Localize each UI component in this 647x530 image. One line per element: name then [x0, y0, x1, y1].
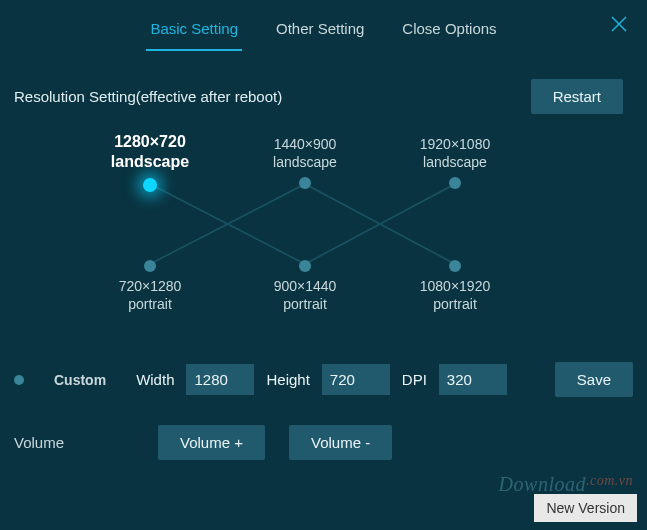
resolution-title: Resolution Setting(effective after reboo…	[14, 88, 531, 105]
custom-radio[interactable]	[14, 375, 24, 385]
resolution-720x1280-portrait[interactable]: 720×1280 portrait	[80, 254, 220, 313]
resolution-1920x1080-landscape[interactable]: 1920×1080 landscape	[385, 136, 525, 195]
volume-row: Volume Volume + Volume -	[0, 407, 647, 478]
resolution-dot-icon	[144, 260, 156, 272]
custom-label: Custom	[54, 372, 106, 388]
resolution-orient-label: portrait	[385, 296, 525, 314]
resolution-1080x1920-portrait[interactable]: 1080×1920 portrait	[385, 254, 525, 313]
resolution-dot-icon	[449, 177, 461, 189]
resolution-dot-icon	[299, 260, 311, 272]
resolution-size-label: 1440×900	[235, 136, 375, 154]
resolution-size-label: 720×1280	[80, 278, 220, 296]
tab-close-options[interactable]: Close Options	[398, 14, 500, 51]
resolution-size-label: 1280×720	[80, 132, 220, 152]
resolution-orient-label: landscape	[385, 154, 525, 172]
save-button[interactable]: Save	[555, 362, 633, 397]
resolution-size-label: 900×1440	[235, 278, 375, 296]
resolution-dot-icon	[299, 177, 311, 189]
width-label: Width	[136, 371, 174, 388]
new-version-button[interactable]: New Version	[534, 494, 637, 522]
resolution-1440x900-landscape[interactable]: 1440×900 landscape	[235, 136, 375, 195]
tab-bar: Basic Setting Other Setting Close Option…	[0, 0, 647, 51]
restart-button[interactable]: Restart	[531, 79, 623, 114]
resolution-orient-label: landscape	[80, 152, 220, 172]
resolution-selector: 1280×720 landscape 1440×900 landscape 19…	[30, 124, 617, 344]
svg-line-5	[305, 184, 455, 264]
resolution-size-label: 1080×1920	[385, 278, 525, 296]
resolution-orient-label: portrait	[80, 296, 220, 314]
height-input[interactable]	[322, 364, 390, 395]
resolution-900x1440-portrait[interactable]: 900×1440 portrait	[235, 254, 375, 313]
tab-other-setting[interactable]: Other Setting	[272, 14, 368, 51]
volume-down-button[interactable]: Volume -	[289, 425, 392, 460]
resolution-1280x720-landscape[interactable]: 1280×720 landscape	[80, 132, 220, 198]
width-input[interactable]	[186, 364, 254, 395]
resolution-dot-icon	[143, 178, 157, 192]
height-label: Height	[266, 371, 309, 388]
resolution-orient-label: landscape	[235, 154, 375, 172]
resolution-dot-icon	[449, 260, 461, 272]
custom-resolution-row: Custom Width Height DPI Save	[0, 344, 647, 407]
resolution-size-label: 1920×1080	[385, 136, 525, 154]
volume-up-button[interactable]: Volume +	[158, 425, 265, 460]
dpi-label: DPI	[402, 371, 427, 388]
volume-label: Volume	[14, 434, 134, 451]
resolution-orient-label: portrait	[235, 296, 375, 314]
close-icon[interactable]	[609, 14, 629, 34]
tab-basic-setting[interactable]: Basic Setting	[146, 14, 242, 51]
dpi-input[interactable]	[439, 364, 507, 395]
svg-line-4	[305, 184, 455, 264]
resolution-header: Resolution Setting(effective after reboo…	[0, 51, 647, 124]
